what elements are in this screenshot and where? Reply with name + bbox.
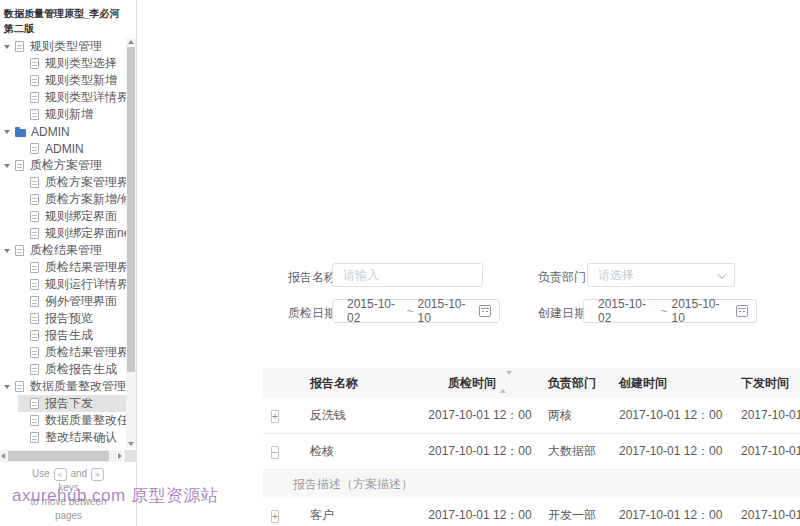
left-key-icon: < (54, 468, 67, 481)
expand-cell: − (263, 445, 300, 459)
page-icon (30, 279, 39, 290)
tree-item[interactable]: 报告预览 (0, 310, 126, 327)
sidebar-vertical-scrollbar[interactable] (126, 38, 136, 448)
tree-item-label: 规则类型详情界面 (45, 89, 126, 106)
tree-item[interactable]: 质检结果管理 (0, 242, 126, 259)
col-issue-time[interactable]: 下发时间 (737, 375, 800, 392)
tree-item[interactable]: 整改结果确认 (0, 429, 126, 446)
tree-item-label: 报告预览 (45, 310, 93, 327)
page-icon (30, 228, 39, 239)
main-content: 报告名称： 负责部门： 请选择 质检日期： 2015-10-02 ~ 2015-… (138, 0, 800, 526)
scroll-left-icon[interactable] (1, 453, 5, 459)
tree-item[interactable]: 质检结果管理界面 (0, 259, 126, 276)
tree-item-label: 规则绑定界面 (45, 208, 117, 225)
expand-row-icon[interactable]: + (271, 510, 279, 523)
tree-item[interactable]: 质检报告生成 (0, 361, 126, 378)
tree-item-label: 规则绑定界面new (45, 225, 126, 242)
page-icon (15, 160, 24, 171)
tree-item[interactable]: ADMIN (0, 140, 126, 157)
column-label: 负责部门 (548, 376, 596, 390)
department-select[interactable]: 请选择 (587, 263, 735, 287)
tree-item-label: 报告生成 (45, 327, 93, 344)
watermark: axurehub.com 原型资源站 (12, 484, 218, 507)
page-icon (30, 262, 39, 273)
report-name-input[interactable] (332, 263, 483, 287)
keyboard-hint-line4: pages (0, 509, 137, 523)
cell-create-time: 2017-10-01 12：00 (615, 407, 737, 424)
create-date-range-picker[interactable]: 2015-10-02 ~ 2015-10-10 (583, 299, 757, 323)
tree-item[interactable]: ADMIN (0, 123, 126, 140)
table-row[interactable]: +反洗钱2017-10-01 12：00两核2017-10-01 12：0020… (263, 398, 800, 434)
report-table: 报告名称质检时间负责部门创建时间下发时间 +反洗钱2017-10-01 12：0… (263, 368, 800, 526)
collapse-arrow-icon[interactable] (4, 249, 10, 253)
cell-create-time: 2017-10-01 12：00 (615, 443, 737, 460)
tree-item[interactable]: 规则类型详情界面 (0, 89, 126, 106)
tree-item[interactable]: 例外管理界面 (0, 293, 126, 310)
scroll-up-icon[interactable] (128, 40, 134, 44)
cell-issue-time: 2017-10-01 12：00 (737, 443, 800, 460)
page-icon (30, 432, 39, 443)
tree-item[interactable]: 质检方案管理 (0, 157, 126, 174)
cell-name: 检核 (300, 443, 420, 460)
sort-icon[interactable] (500, 375, 512, 389)
calendar-icon (479, 305, 491, 317)
date-separator: ~ (660, 304, 667, 318)
col-create-time[interactable]: 创建时间 (615, 375, 737, 392)
tree-item[interactable]: 数据质量整改任务创建 (0, 412, 126, 429)
hint-text: Use (32, 468, 50, 479)
tree-item-label: 规则类型选择 (45, 55, 117, 72)
folder-icon (15, 129, 26, 137)
tree-item[interactable]: 报告下发 (0, 395, 126, 412)
page-icon (30, 143, 39, 154)
keyboard-hint-line1: Use < and > (0, 467, 137, 481)
tree-item[interactable]: 规则类型管理 (0, 38, 126, 55)
tree-item-label: 质检报告生成 (45, 361, 117, 378)
tree-item-label: 数据质量整改管理 (30, 378, 126, 395)
calendar-icon (736, 305, 748, 317)
horizontal-scroll-thumb[interactable] (8, 451, 109, 461)
tree-item[interactable]: 规则新增 (0, 106, 126, 123)
tree-item[interactable]: 规则类型选择 (0, 55, 126, 72)
report-description-row: 报告描述（方案描述） (263, 470, 800, 498)
tree-item[interactable]: 规则绑定界面new (0, 225, 126, 242)
tree-item[interactable]: 报告生成 (0, 327, 126, 344)
page-icon (30, 415, 39, 426)
expand-cell: + (263, 409, 300, 423)
tree-item-label: ADMIN (31, 125, 70, 139)
tree-item[interactable]: 质检结果管理界面new (0, 344, 126, 361)
tree-item[interactable]: 质检方案管理界面 (0, 174, 126, 191)
col-qc-time[interactable]: 质检时间 (420, 375, 540, 392)
sitemap-sidebar: 数据质量管理原型_李必河第二版 规则类型管理规则类型选择规则类型新增规则类型详情… (0, 0, 137, 526)
col-report-name[interactable]: 报告名称 (300, 375, 420, 392)
expand-row-icon[interactable]: + (271, 410, 279, 423)
collapse-arrow-icon[interactable] (4, 45, 10, 49)
qc-date-range-picker[interactable]: 2015-10-02 ~ 2015-10-10 (332, 299, 500, 323)
tree-item[interactable]: 规则类型新增 (0, 72, 126, 89)
cell-qc-time: 2017-10-01 12：00 (420, 407, 540, 424)
tree-item[interactable]: 质检方案新增/修改弹框 (0, 191, 126, 208)
col-department[interactable]: 负责部门 (540, 375, 615, 392)
tree-item-label: 质检结果管理界面new (45, 344, 126, 361)
tree-item-label: ADMIN (45, 142, 84, 156)
tree-item-label: 报告下发 (45, 395, 93, 412)
sidebar-horizontal-scrollbar[interactable] (0, 450, 123, 462)
tree-item[interactable]: 规则运行详情界面 (0, 276, 126, 293)
page-icon (30, 92, 39, 103)
collapse-arrow-icon[interactable] (4, 130, 10, 134)
scroll-down-icon[interactable] (128, 442, 134, 446)
table-body: +反洗钱2017-10-01 12：00两核2017-10-01 12：0020… (263, 398, 800, 526)
collapse-row-icon[interactable]: − (271, 446, 279, 459)
vertical-scroll-thumb[interactable] (127, 47, 135, 372)
tree-item-label: 规则类型管理 (30, 38, 102, 55)
expand-cell: + (263, 509, 300, 523)
collapse-arrow-icon[interactable] (4, 164, 10, 168)
table-row[interactable]: +客户2017-10-01 12：00开发一部2017-10-01 12：002… (263, 498, 800, 526)
table-row[interactable]: −检核2017-10-01 12：00大数据部2017-10-01 12：002… (263, 434, 800, 470)
tree-item[interactable]: 数据质量整改管理 (0, 378, 126, 395)
cell-issue-time: 2017-10-01 12：00 (737, 407, 800, 424)
chevron-down-icon (717, 269, 727, 279)
tree-item[interactable]: 规则绑定界面 (0, 208, 126, 225)
collapse-arrow-icon[interactable] (4, 385, 10, 389)
scroll-right-icon[interactable] (118, 453, 122, 459)
create-date-start: 2015-10-02 (598, 297, 656, 325)
